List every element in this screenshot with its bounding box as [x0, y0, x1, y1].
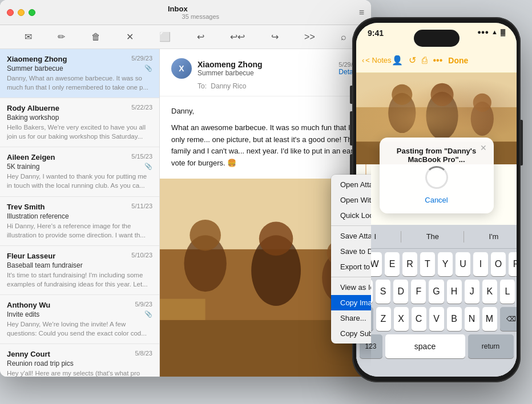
reply-icon[interactable]: ↩	[192, 29, 209, 45]
notes-back-button[interactable]: ‹ < Notes	[362, 56, 392, 64]
menu-copy-subject[interactable]: Copy Subject	[331, 326, 371, 341]
suggestion-2[interactable]: I'm	[482, 229, 505, 244]
notes-text-area: ✕ Pasting from "Danny's MacBook Pro"... …	[356, 164, 517, 225]
suggestion-1[interactable]: The	[420, 229, 446, 244]
attachment-icon-5: 📎	[144, 310, 152, 318]
keyboard-row-2: ⇧ Z X C V B N M ⌫	[358, 307, 515, 331]
share-icon[interactable]: ⎙	[422, 55, 428, 66]
search-icon[interactable]: ⌕	[336, 30, 351, 45]
menu-quick-look[interactable]: Quick Look Attachment	[331, 208, 371, 223]
key-P[interactable]: P	[509, 252, 517, 276]
done-button[interactable]: Done	[448, 56, 468, 65]
reply-all-icon[interactable]: ↩↩	[225, 29, 249, 45]
menu-separator-2	[331, 277, 371, 277]
key-G[interactable]: G	[429, 280, 444, 304]
avatar: X	[171, 58, 192, 79]
key-H[interactable]: H	[447, 280, 462, 304]
mail-body: Xiaomeng Zhong 5/29/23 Summer barbecue 📎…	[0, 49, 371, 377]
key-N[interactable]: N	[465, 307, 479, 331]
delete-icon[interactable]: 🗑	[87, 30, 105, 45]
email-item-2[interactable]: Aileen Zeigen 5/15/23 5K training 📎 Hey …	[0, 147, 159, 196]
menu-share[interactable]: Share...	[331, 310, 371, 326]
mic-key[interactable]: 🎤	[517, 334, 517, 358]
key-D[interactable]: D	[393, 280, 408, 304]
delete-key[interactable]: ⌫	[500, 307, 517, 331]
email-date-6: 5/8/23	[135, 350, 152, 358]
email-subject-6: Reunion road trip pics	[7, 359, 74, 367]
return-key[interactable]: return	[468, 334, 514, 358]
more-icon[interactable]: >>	[300, 30, 320, 45]
minimize-button[interactable]	[18, 9, 25, 16]
close-button[interactable]	[7, 9, 14, 16]
menu-open-with[interactable]: Open With ›	[331, 192, 371, 208]
menu-save-attachment[interactable]: Save Attachment...	[331, 228, 371, 244]
key-K[interactable]: K	[482, 280, 497, 304]
key-F[interactable]: F	[411, 280, 426, 304]
menu-open-attachment[interactable]: Open Attachment	[331, 177, 371, 192]
email-sender-6: Jenny Court	[7, 350, 50, 358]
menu-copy-image[interactable]: Copy Image	[331, 295, 371, 310]
delete-trash-icon[interactable]: ✕	[122, 29, 138, 45]
menu-view-icon[interactable]: View as Icon	[331, 280, 371, 295]
fullscreen-button[interactable]	[29, 9, 35, 16]
key-X[interactable]: X	[394, 307, 409, 331]
key-S[interactable]: S	[376, 280, 390, 304]
email-sender-1: Rody Albuerne	[7, 104, 59, 112]
email-sender-5: Anthony Wu	[7, 301, 50, 309]
key-C[interactable]: C	[412, 307, 426, 331]
key-R[interactable]: R	[402, 252, 417, 276]
paste-spinner	[425, 166, 448, 189]
email-item-5[interactable]: Anthony Wu 5/9/23 Invite edits 📎 Hey Dan…	[0, 295, 159, 344]
window-title: Inbox	[168, 5, 188, 13]
add-person-icon[interactable]: 👤	[392, 55, 403, 66]
power-button[interactable]	[521, 120, 523, 165]
window-subtitle: 35 messages	[182, 13, 219, 20]
clock-rotate-icon[interactable]: ↺	[409, 55, 416, 66]
forward-icon[interactable]: ↪	[267, 29, 283, 45]
paste-close-button[interactable]: ✕	[480, 143, 487, 152]
mail-toolbar: ✉ ✏ 🗑 ✕ ⬜ ↩ ↩↩ ↪ >> ⌕	[0, 25, 371, 49]
compose-icon[interactable]: ✏	[53, 29, 70, 45]
keyboard-rows: Q W E R T Y U I O P A S D F G	[356, 249, 517, 365]
email-subject-0: Summer barbecue	[7, 64, 63, 72]
mute-button[interactable]	[350, 86, 352, 104]
key-M[interactable]: M	[482, 307, 497, 331]
email-item-3[interactable]: Trev Smith 5/11/23 Illustration referenc…	[0, 197, 159, 246]
paste-dialog: ✕ Pasting from "Danny's MacBook Pro"... …	[380, 138, 494, 213]
email-subject-3: Illustration reference	[7, 212, 69, 220]
email-item-4[interactable]: Fleur Lasseur 5/10/23 Baseball team fund…	[0, 246, 159, 295]
menu-save-downloads[interactable]: Save to Downloads Folder	[331, 244, 371, 259]
phone-screen: 9:41 ●●● ▲ ▓ ‹ < Notes 👤 ↺ ⎙ ••• Done	[356, 23, 517, 377]
menu-export-photos[interactable]: Export to Photos	[331, 259, 371, 274]
key-B[interactable]: B	[447, 307, 462, 331]
key-O[interactable]: O	[491, 252, 506, 276]
paste-cancel-button[interactable]: Cancel	[391, 196, 482, 204]
key-Z[interactable]: Z	[376, 307, 391, 331]
ellipsis-icon[interactable]: •••	[433, 55, 443, 66]
email-subject-4: Baseball team fundraiser	[7, 261, 83, 269]
email-subject-5: Invite edits	[7, 310, 39, 318]
suggestion-bar: I The I'm	[356, 225, 517, 249]
email-sender-4: Fleur Lasseur	[7, 252, 55, 260]
keyboard-bottom	[356, 365, 517, 377]
key-U[interactable]: U	[456, 252, 470, 276]
volume-up-button[interactable]	[350, 111, 352, 146]
new-message-icon[interactable]: ✉	[20, 29, 37, 45]
space-key[interactable]: space	[385, 334, 465, 358]
email-sender-3: Trev Smith	[7, 203, 45, 211]
key-T[interactable]: T	[420, 252, 435, 276]
key-Y[interactable]: Y	[438, 252, 453, 276]
email-item-6[interactable]: Jenny Court 5/8/23 Reunion road trip pic…	[0, 344, 159, 377]
key-V[interactable]: V	[429, 307, 444, 331]
key-I[interactable]: I	[473, 252, 488, 276]
email-item-1[interactable]: Rody Albuerne 5/22/23 Baking workshop He…	[0, 98, 159, 147]
email-date-2: 5/15/23	[131, 153, 152, 161]
key-E[interactable]: E	[385, 252, 400, 276]
email-item-0[interactable]: Xiaomeng Zhong 5/29/23 Summer barbecue 📎…	[0, 49, 159, 98]
archive-icon[interactable]: ⬜	[155, 29, 175, 45]
key-J[interactable]: J	[465, 280, 479, 304]
keyboard-area: I The I'm Q W E R T Y U I O	[356, 225, 517, 377]
filter-icon[interactable]: ≡	[359, 7, 364, 18]
greeting: Danny,	[171, 106, 360, 118]
key-L[interactable]: L	[500, 280, 515, 304]
